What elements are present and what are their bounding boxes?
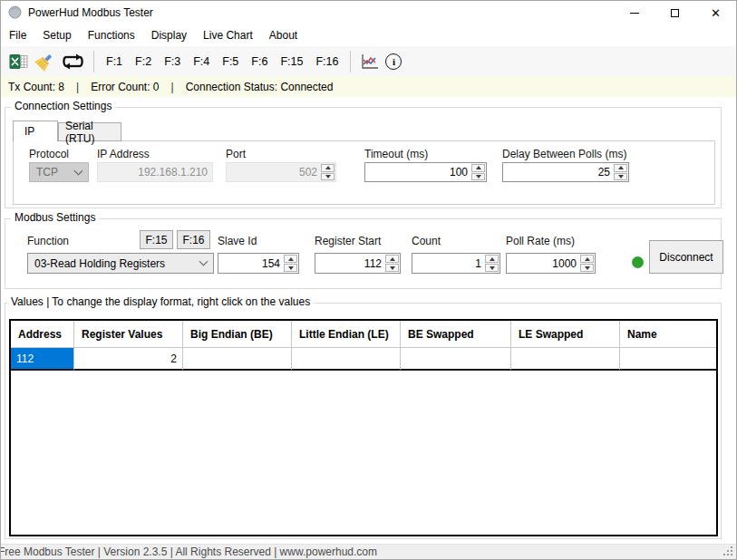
delay-input[interactable]: 25: [502, 162, 629, 182]
close-button[interactable]: ✕: [695, 1, 736, 24]
slave-id-value: 154: [218, 254, 283, 273]
title-bar: PowerHud Modbus Tester ✕: [1, 1, 736, 24]
maximize-icon: [671, 9, 679, 17]
arrow-down-icon: [390, 266, 395, 270]
table-cell-le-swapped[interactable]: [511, 348, 620, 371]
menu-live-chart[interactable]: Live Chart: [195, 24, 261, 46]
status-bar: Free Modbus Tester | Version 2.3.5 | All…: [1, 544, 736, 559]
spin-up-button[interactable]: [614, 164, 627, 172]
table-cell-name[interactable]: [620, 348, 716, 371]
register-start-input[interactable]: 112: [315, 253, 401, 274]
separator: |: [76, 81, 79, 93]
function-select[interactable]: 03-Read Holding Registers: [27, 253, 214, 274]
spin-up-button[interactable]: [471, 164, 485, 172]
spinner: [384, 254, 400, 273]
resize-grip[interactable]: [731, 554, 732, 555]
column-header-le-swapped[interactable]: LE Swapped: [511, 321, 620, 348]
arrow-down-icon: [476, 175, 481, 179]
toolbar: F:1 F:2 F:3 F:4 F:5 F:6 F:15 F:16 i: [1, 46, 736, 76]
toolbar-f4-button[interactable]: F:4: [187, 50, 216, 73]
ip-address-field[interactable]: 192.168.1.210: [97, 162, 213, 182]
live-chart-icon[interactable]: [359, 53, 381, 71]
toolbar-f16-button[interactable]: F:16: [309, 50, 344, 73]
spin-down-button[interactable]: [471, 173, 485, 181]
column-header-register-values[interactable]: Register Values: [74, 321, 183, 348]
toolbar-f2-button[interactable]: F:2: [129, 50, 158, 73]
minimize-button[interactable]: [614, 1, 655, 24]
poll-rate-input[interactable]: 1000: [506, 253, 596, 274]
slave-id-input[interactable]: 154: [218, 253, 299, 274]
separator: |: [171, 81, 174, 93]
ip-address-value: 192.168.1.210: [138, 166, 208, 179]
values-title: Values | To change the display format, r…: [7, 295, 314, 308]
timeout-input[interactable]: 100: [364, 162, 487, 182]
poll-rate-label: Poll Rate (ms): [506, 235, 575, 247]
arrow-up-icon: [288, 257, 294, 261]
spin-down-button[interactable]: [321, 173, 335, 181]
table-cell-little-endian[interactable]: [292, 348, 401, 371]
protocol-label: Protocol: [29, 148, 69, 160]
spin-down-button[interactable]: [485, 264, 499, 272]
table-empty-area: [11, 371, 716, 535]
spin-up-button[interactable]: [385, 255, 399, 263]
spin-up-button[interactable]: [485, 255, 499, 263]
table-cell-big-endian[interactable]: [183, 348, 292, 371]
spinner: [484, 254, 499, 273]
arrow-up-icon: [618, 166, 624, 169]
tab-ip[interactable]: IP: [13, 121, 58, 141]
menu-setup[interactable]: Setup: [34, 24, 79, 46]
toolbar-f3-button[interactable]: F:3: [158, 50, 187, 73]
modbus-settings-group: Modbus Settings Function F:15 F:16 03-Re…: [5, 218, 722, 289]
arrow-down-icon: [585, 266, 590, 270]
spin-up-button[interactable]: [580, 255, 594, 263]
toolbar-f15-button[interactable]: F:15: [274, 50, 309, 73]
chevron-down-icon: [199, 257, 208, 266]
column-header-big-endian[interactable]: Big Endian (BE): [183, 321, 292, 348]
spin-down-button[interactable]: [284, 264, 297, 272]
column-header-little-endian[interactable]: Little Endian (LE): [292, 321, 401, 348]
arrow-down-icon: [325, 175, 331, 179]
spin-down-button[interactable]: [614, 173, 627, 181]
toolbar-f5-button[interactable]: F:5: [216, 50, 245, 73]
menu-bar: File Setup Functions Display Live Chart …: [1, 24, 736, 46]
column-header-be-swapped[interactable]: BE Swapped: [401, 321, 511, 348]
connection-settings-group: Connection Settings IP Serial (RTU) Prot…: [5, 107, 722, 208]
spinner: [613, 163, 628, 181]
info-icon[interactable]: i: [385, 53, 402, 70]
spinner: [283, 254, 298, 273]
count-value: 1: [412, 254, 484, 273]
loop-icon[interactable]: [61, 53, 85, 71]
column-header-name[interactable]: Name: [620, 321, 716, 348]
column-header-address[interactable]: Address: [11, 321, 74, 348]
menu-file[interactable]: File: [1, 24, 34, 46]
menu-functions[interactable]: Functions: [80, 24, 143, 46]
table-cell-address[interactable]: 112: [11, 348, 74, 371]
spin-down-button[interactable]: [385, 264, 399, 272]
clear-icon[interactable]: [34, 52, 55, 72]
spin-up-button[interactable]: [321, 164, 335, 172]
table-cell-register-value[interactable]: 2: [74, 348, 183, 371]
spin-up-button[interactable]: [284, 255, 297, 263]
excel-export-icon[interactable]: [9, 53, 28, 71]
port-label: Port: [226, 148, 246, 160]
maximize-button[interactable]: [655, 1, 695, 24]
spinner: [579, 254, 595, 273]
table-cell-be-swapped[interactable]: [401, 348, 511, 371]
toolbar-f6-button[interactable]: F:6: [245, 50, 274, 73]
spin-down-button[interactable]: [580, 264, 594, 272]
menu-display[interactable]: Display: [143, 24, 195, 46]
menu-about[interactable]: About: [261, 24, 305, 46]
spinner: [320, 163, 335, 181]
port-input[interactable]: 502: [226, 162, 336, 182]
values-group: Values | To change the display format, r…: [5, 303, 722, 539]
protocol-value: TCP: [36, 166, 70, 179]
count-input[interactable]: 1: [412, 253, 500, 274]
tab-serial-rtu[interactable]: Serial (RTU): [58, 122, 121, 141]
f16-button[interactable]: F:16: [177, 230, 210, 249]
protocol-select[interactable]: TCP: [29, 162, 89, 182]
disconnect-button[interactable]: Disconnect: [649, 240, 723, 274]
function-value: 03-Read Holding Registers: [34, 257, 195, 270]
toolbar-f1-button[interactable]: F:1: [100, 50, 129, 73]
f15-button[interactable]: F:15: [140, 230, 173, 249]
values-table: Address Register Values Big Endian (BE) …: [9, 319, 718, 536]
